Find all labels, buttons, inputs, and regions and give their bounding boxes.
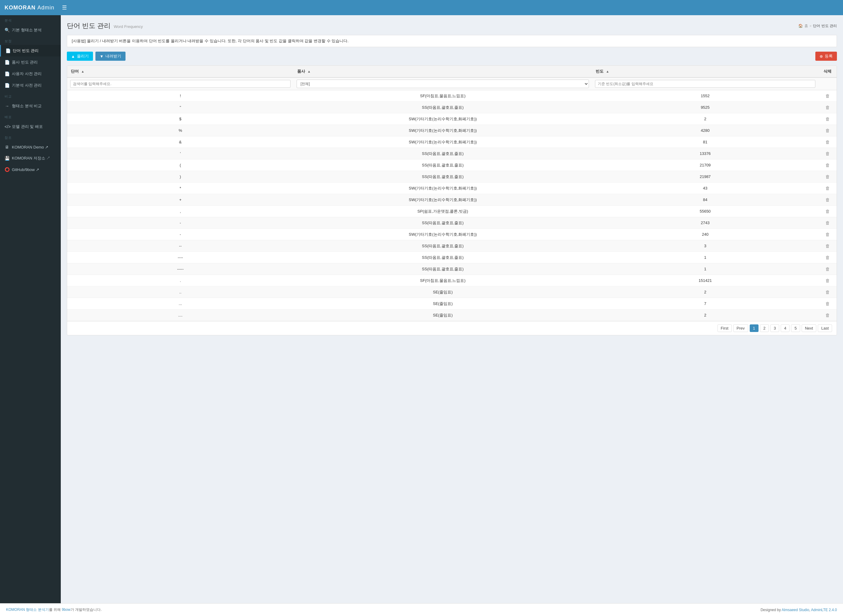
cell-freq[interactable]: 81 [592, 136, 818, 148]
delete-row-button[interactable]: 🗑 [824, 254, 832, 261]
cell-word[interactable]: .... [67, 309, 294, 321]
page-2-button[interactable]: 2 [760, 324, 769, 332]
cell-word[interactable]: + [67, 194, 294, 205]
page-1-button[interactable]: 1 [750, 324, 759, 332]
cell-word[interactable]: . [67, 275, 294, 286]
sidebar-item-komoran-repo[interactable]: 💾 KOMORAN 저장소 ↗ [0, 153, 61, 164]
sort-icon-freq[interactable]: ▲ [606, 70, 609, 73]
cell-freq[interactable]: 21709 [592, 160, 818, 171]
footer-link-adminlte[interactable]: AdminLTE 2.4.0 [811, 608, 837, 612]
page-5-button[interactable]: 5 [791, 324, 800, 332]
cell-pos[interactable]: SW(기타기호(논리수학기호,화폐기호)) [294, 125, 592, 136]
cell-freq[interactable]: 2 [592, 309, 818, 321]
cell-word[interactable]: " [67, 102, 294, 113]
delete-row-button[interactable]: 🗑 [824, 231, 832, 238]
cell-freq[interactable]: 1 [592, 263, 818, 275]
delete-row-button[interactable]: 🗑 [824, 92, 832, 99]
cell-word[interactable]: ... [67, 298, 294, 309]
sidebar-item-pos-freq[interactable]: 📄 품사 빈도 관리 [0, 57, 61, 68]
cell-freq[interactable]: 4280 [592, 125, 818, 136]
cell-word[interactable]: & [67, 136, 294, 148]
cell-word[interactable]: % [67, 125, 294, 136]
cell-freq[interactable]: 1552 [592, 90, 818, 102]
sidebar-item-model-deploy[interactable]: </> 모델 관리 및 배포 [0, 121, 61, 132]
cell-freq[interactable]: 7 [592, 298, 818, 309]
cell-word[interactable]: $ [67, 113, 294, 125]
cell-freq[interactable]: 13376 [592, 148, 818, 160]
cell-word[interactable]: -- [67, 240, 294, 252]
cell-freq[interactable]: 151421 [592, 275, 818, 286]
delete-row-button[interactable]: 🗑 [824, 197, 832, 203]
sidebar-item-user-dict[interactable]: 📄 사용자 사전 관리 [0, 68, 61, 79]
cell-word[interactable]: .. [67, 286, 294, 298]
delete-row-button[interactable]: 🗑 [824, 162, 832, 168]
cell-word[interactable]: - [67, 217, 294, 229]
prev-page-button[interactable]: Prev [733, 324, 748, 332]
cell-pos[interactable]: SS(따옴표,괄호표,줄표) [294, 263, 592, 275]
delete-row-button[interactable]: 🗑 [824, 173, 832, 180]
cell-word[interactable]: ----- [67, 263, 294, 275]
cell-pos[interactable]: SW(기타기호(논리수학기호,화폐기호)) [294, 183, 592, 194]
delete-row-button[interactable]: 🗑 [824, 116, 832, 122]
cell-freq[interactable]: 2 [592, 113, 818, 125]
cell-pos[interactable]: SE(줄임표) [294, 309, 592, 321]
cell-freq[interactable]: 9525 [592, 102, 818, 113]
cell-word[interactable]: , [67, 205, 294, 217]
cell-word[interactable]: ) [67, 171, 294, 183]
sidebar-item-github[interactable]: ⭕ GitHub/9bow ↗ [0, 164, 61, 175]
footer-link-almsaeed[interactable]: Almsaeed Studio [781, 608, 809, 612]
cell-pos[interactable]: SS(따옴표,괄호표,줄표) [294, 102, 592, 113]
cell-word[interactable]: * [67, 183, 294, 194]
cell-pos[interactable]: SE(줄임표) [294, 298, 592, 309]
download-button[interactable]: ▼ 내려받기 [95, 51, 125, 61]
cell-pos[interactable]: SP(쉼표,가운뎃점,콜론,빗금) [294, 205, 592, 217]
cell-freq[interactable]: 3 [592, 240, 818, 252]
cell-pos[interactable]: SS(따옴표,괄호표,줄표) [294, 171, 592, 183]
cell-freq[interactable]: 21987 [592, 171, 818, 183]
footer-link-komoran[interactable]: KOMORAN 형태소 분석기 [6, 607, 49, 612]
cell-freq[interactable]: 2 [592, 286, 818, 298]
cell-word[interactable]: ' [67, 148, 294, 160]
delete-row-button[interactable]: 🗑 [824, 266, 832, 272]
cell-word[interactable]: ! [67, 90, 294, 102]
sort-icon-word[interactable]: ▲ [81, 70, 84, 73]
delete-row-button[interactable]: 🗑 [824, 312, 832, 318]
delete-row-button[interactable]: 🗑 [824, 301, 832, 307]
cell-pos[interactable]: SW(기타기호(논리수학기호,화폐기호)) [294, 136, 592, 148]
sort-icon-pos[interactable]: ▲ [307, 70, 311, 73]
cell-freq[interactable]: 1 [592, 252, 818, 263]
cell-freq[interactable]: 2743 [592, 217, 818, 229]
delete-row-button[interactable]: 🗑 [824, 150, 832, 157]
footer-link-9bow[interactable]: 9bow [62, 607, 70, 612]
cell-pos[interactable]: SS(따옴표,괄호표,줄표) [294, 240, 592, 252]
sidebar-item-basic-morpheme[interactable]: 🔍 기본 형태소 분석 [0, 24, 61, 36]
cell-pos[interactable]: SF(마침표,물음표,느낌표) [294, 90, 592, 102]
cell-pos[interactable]: SS(따옴표,괄호표,줄표) [294, 217, 592, 229]
page-3-button[interactable]: 3 [770, 324, 779, 332]
cell-pos[interactable]: SS(따옴표,괄호표,줄표) [294, 160, 592, 171]
delete-row-button[interactable]: 🗑 [824, 104, 832, 111]
first-page-button[interactable]: First [718, 324, 732, 332]
delete-row-button[interactable]: 🗑 [824, 139, 832, 145]
cell-pos[interactable]: SW(기타기호(논리수학기호,화폐기호)) [294, 113, 592, 125]
cell-word[interactable]: - [67, 229, 294, 240]
cell-pos[interactable]: SF(마침표,물음표,느낌표) [294, 275, 592, 286]
delete-row-button[interactable]: 🗑 [824, 243, 832, 249]
sidebar-item-morpheme-compare[interactable]: → 형태소 분석 비교 [0, 100, 61, 112]
cell-freq[interactable]: 84 [592, 194, 818, 205]
upload-button[interactable]: ▲ 올리기 [67, 51, 93, 61]
sidebar-item-komoran-demo[interactable]: 🖥 KOMORAN Demo ↗ [0, 142, 61, 153]
delete-row-button[interactable]: 🗑 [824, 289, 832, 295]
cell-pos[interactable]: SW(기타기호(논리수학기호,화폐기호)) [294, 229, 592, 240]
register-button[interactable]: ⊕ 등록 [815, 51, 837, 61]
cell-freq[interactable]: 43 [592, 183, 818, 194]
delete-row-button[interactable]: 🗑 [824, 220, 832, 226]
menu-toggle-button[interactable]: ☰ [59, 3, 70, 12]
delete-row-button[interactable]: 🗑 [824, 127, 832, 133]
next-page-button[interactable]: Next [802, 324, 817, 332]
cell-word[interactable]: ( [67, 160, 294, 171]
last-page-button[interactable]: Last [818, 324, 832, 332]
delete-row-button[interactable]: 🗑 [824, 277, 832, 284]
word-search-input[interactable] [70, 80, 291, 88]
cell-freq[interactable]: 55650 [592, 205, 818, 217]
